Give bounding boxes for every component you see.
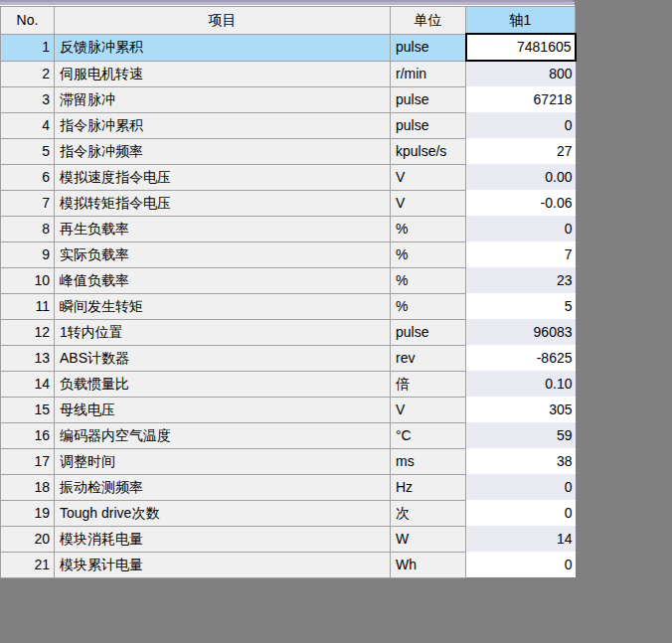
unit-cell[interactable]: V — [391, 397, 466, 422]
value-cell[interactable]: -0.06 — [466, 190, 576, 216]
value-cell[interactable]: 5 — [466, 293, 576, 319]
row-number-cell[interactable]: 17 — [1, 448, 55, 474]
row-number-cell[interactable]: 18 — [1, 474, 55, 500]
value-cell[interactable]: 14 — [466, 526, 576, 552]
table-row[interactable]: 18 振动检测频率 Hz 0 — [1, 474, 576, 500]
unit-cell[interactable]: kpulse/s — [391, 138, 466, 164]
table-row[interactable]: 13 ABS计数器 rev -8625 — [1, 345, 576, 371]
table-row[interactable]: 17 调整时间 ms 38 — [1, 448, 576, 474]
value-cell[interactable]: 59 — [466, 422, 576, 448]
unit-cell[interactable]: rev — [391, 345, 466, 371]
table-row[interactable]: 6 模拟速度指令电压 V 0.00 — [1, 164, 576, 190]
table-row[interactable]: 16 编码器内空气温度 °C 59 — [1, 422, 576, 448]
unit-cell[interactable]: Hz — [391, 474, 466, 500]
value-cell[interactable]: 0.00 — [466, 164, 576, 190]
value-cell[interactable]: 800 — [466, 61, 576, 86]
row-number-cell[interactable]: 15 — [1, 397, 55, 422]
unit-cell[interactable]: % — [391, 293, 466, 319]
value-cell[interactable]: 96083 — [466, 319, 576, 345]
row-number-cell[interactable]: 2 — [1, 61, 55, 86]
table-row[interactable]: 3 滞留脉冲 pulse 67218 — [1, 86, 576, 112]
item-name-cell[interactable]: 模块累计电量 — [55, 552, 391, 577]
row-number-cell[interactable]: 6 — [1, 164, 55, 190]
unit-cell[interactable]: % — [391, 241, 466, 267]
item-name-cell[interactable]: 编码器内空气温度 — [55, 422, 391, 448]
value-cell[interactable]: 0 — [466, 474, 576, 500]
item-name-cell[interactable]: 调整时间 — [55, 448, 391, 474]
unit-cell[interactable]: W — [391, 526, 466, 552]
unit-cell[interactable]: Wh — [391, 552, 466, 577]
table-row[interactable]: 8 再生负载率 % 0 — [1, 216, 576, 241]
table-row[interactable]: 12 1转内位置 pulse 96083 — [1, 319, 576, 345]
table-row[interactable]: 21 模块累计电量 Wh 0 — [1, 552, 576, 577]
unit-cell[interactable]: ms — [391, 448, 466, 474]
row-number-cell[interactable]: 4 — [1, 112, 55, 138]
table-row[interactable]: 20 模块消耗电量 W 14 — [1, 526, 576, 552]
value-cell[interactable]: 0 — [466, 216, 576, 241]
unit-cell[interactable]: % — [391, 216, 466, 241]
table-row[interactable]: 11 瞬间发生转矩 % 5 — [1, 293, 576, 319]
row-number-cell[interactable]: 12 — [1, 319, 55, 345]
value-cell[interactable]: 0 — [466, 552, 576, 577]
unit-cell[interactable]: 倍 — [391, 371, 466, 397]
value-cell[interactable]: 0 — [466, 112, 576, 138]
value-cell[interactable]: -8625 — [466, 345, 576, 371]
value-cell[interactable]: 0.10 — [466, 371, 576, 397]
row-number-cell[interactable]: 1 — [1, 34, 55, 61]
row-number-cell[interactable]: 5 — [1, 138, 55, 164]
row-number-cell[interactable]: 11 — [1, 293, 55, 319]
unit-cell[interactable]: V — [391, 164, 466, 190]
item-name-cell[interactable]: 模拟转矩指令电压 — [55, 190, 391, 216]
row-number-cell[interactable]: 14 — [1, 371, 55, 397]
row-number-cell[interactable]: 13 — [1, 345, 55, 371]
value-cell[interactable]: 7481605 — [466, 34, 576, 61]
item-name-cell[interactable]: 伺服电机转速 — [55, 61, 391, 86]
row-number-cell[interactable]: 7 — [1, 190, 55, 216]
item-name-cell[interactable]: 滞留脉冲 — [55, 86, 391, 112]
row-number-cell[interactable]: 10 — [1, 267, 55, 293]
row-number-cell[interactable]: 19 — [1, 500, 55, 526]
table-row[interactable]: 10 峰值负载率 % 23 — [1, 267, 576, 293]
value-cell[interactable]: 38 — [466, 448, 576, 474]
unit-cell[interactable]: 次 — [391, 500, 466, 526]
unit-cell[interactable]: pulse — [391, 34, 466, 61]
row-number-cell[interactable]: 20 — [1, 526, 55, 552]
item-name-cell[interactable]: 反馈脉冲累积 — [55, 34, 391, 61]
unit-cell[interactable]: V — [391, 190, 466, 216]
item-name-cell[interactable]: 瞬间发生转矩 — [55, 293, 391, 319]
value-cell[interactable]: 0 — [466, 500, 576, 526]
item-name-cell[interactable]: 振动检测频率 — [55, 474, 391, 500]
item-name-cell[interactable]: ABS计数器 — [55, 345, 391, 371]
item-name-cell[interactable]: 峰值负载率 — [55, 267, 391, 293]
table-row[interactable]: 5 指令脉冲频率 kpulse/s 27 — [1, 138, 576, 164]
table-row[interactable]: 2 伺服电机转速 r/min 800 — [1, 61, 576, 86]
table-row[interactable]: 7 模拟转矩指令电压 V -0.06 — [1, 190, 576, 216]
item-name-cell[interactable]: Tough drive次数 — [55, 500, 391, 526]
value-cell[interactable]: 67218 — [466, 86, 576, 112]
item-name-cell[interactable]: 实际负载率 — [55, 241, 391, 267]
table-row[interactable]: 14 负载惯量比 倍 0.10 — [1, 371, 576, 397]
item-name-cell[interactable]: 模块消耗电量 — [55, 526, 391, 552]
item-name-cell[interactable]: 1转内位置 — [55, 319, 391, 345]
value-cell[interactable]: 23 — [466, 267, 576, 293]
unit-cell[interactable]: pulse — [391, 86, 466, 112]
item-name-cell[interactable]: 负载惯量比 — [55, 371, 391, 397]
row-number-cell[interactable]: 16 — [1, 422, 55, 448]
row-number-cell[interactable]: 8 — [1, 216, 55, 241]
row-number-cell[interactable]: 9 — [1, 241, 55, 267]
unit-cell[interactable]: pulse — [391, 112, 466, 138]
table-row[interactable]: 15 母线电压 V 305 — [1, 397, 576, 422]
table-row[interactable]: 1 反馈脉冲累积 pulse 7481605 — [1, 34, 576, 61]
table-row[interactable]: 9 实际负载率 % 7 — [1, 241, 576, 267]
item-name-cell[interactable]: 指令脉冲频率 — [55, 138, 391, 164]
unit-cell[interactable]: °C — [391, 422, 466, 448]
unit-cell[interactable]: % — [391, 267, 466, 293]
table-row[interactable]: 4 指令脉冲累积 pulse 0 — [1, 112, 576, 138]
row-number-cell[interactable]: 21 — [1, 552, 55, 577]
unit-cell[interactable]: r/min — [391, 61, 466, 86]
item-name-cell[interactable]: 模拟速度指令电压 — [55, 164, 391, 190]
value-cell[interactable]: 7 — [466, 241, 576, 267]
value-cell[interactable]: 27 — [466, 138, 576, 164]
table-row[interactable]: 19 Tough drive次数 次 0 — [1, 500, 576, 526]
value-cell[interactable]: 305 — [466, 397, 576, 422]
